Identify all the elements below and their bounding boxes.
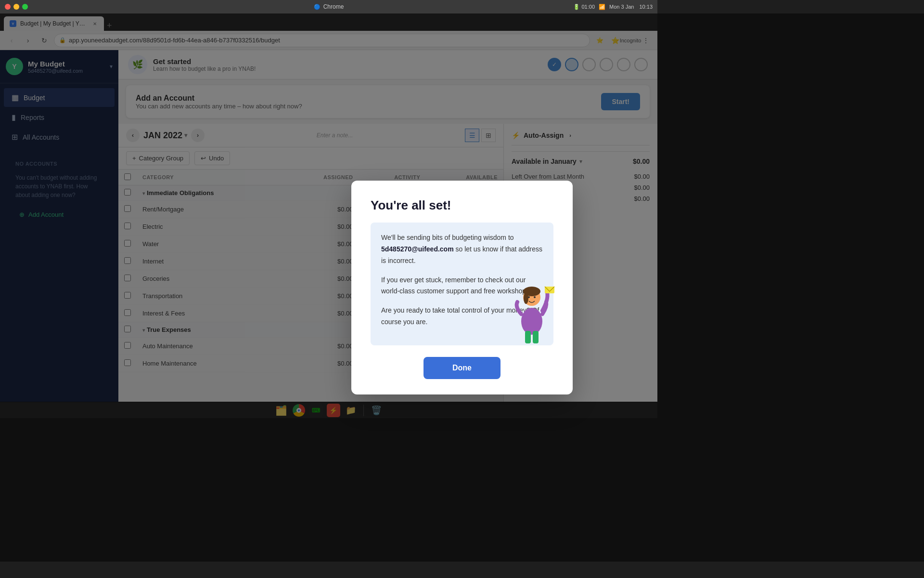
svg-point-5 (534, 296, 536, 298)
modal-title: You're all set! (371, 198, 553, 213)
svg-rect-8 (533, 331, 539, 343)
svg-point-0 (521, 308, 542, 335)
mac-titlebar: 🔵 Chrome 🔋 01:00 📶 Mon 3 Jan 10:13 (0, 0, 657, 13)
svg-point-3 (524, 292, 528, 304)
modal-overlay: You're all set! We'll be sending bits of… (0, 13, 657, 418)
modal-p1-pre: We'll be sending bits of budgeting wisdo… (381, 234, 514, 241)
traffic-lights (5, 4, 28, 10)
wifi-icon: 📶 (599, 4, 605, 10)
modal-email: 5d485270@uifeed.com (381, 245, 454, 253)
modal-dialog: You're all set! We'll be sending bits of… (351, 181, 573, 394)
maximize-button[interactable] (22, 4, 28, 10)
close-button[interactable] (5, 4, 11, 10)
modal-done-button[interactable]: Done (424, 357, 500, 379)
svg-point-4 (528, 296, 530, 298)
minimize-button[interactable] (13, 4, 19, 10)
window-title: 🔵 Chrome (314, 3, 344, 10)
modal-body: We'll be sending bits of budgeting wisdo… (371, 223, 553, 345)
svg-rect-7 (525, 331, 531, 343)
mac-status-icons: 🔋 01:00 📶 Mon 3 Jan 10:13 (573, 4, 653, 10)
app-name-label: Chrome (323, 3, 344, 10)
battery-icon: 🔋 01:00 (573, 4, 595, 10)
datetime-label: Mon 3 Jan 10:13 (609, 4, 653, 10)
modal-paragraph-1: We'll be sending bits of budgeting wisdo… (381, 232, 543, 266)
modal-character-illustration (505, 268, 558, 345)
